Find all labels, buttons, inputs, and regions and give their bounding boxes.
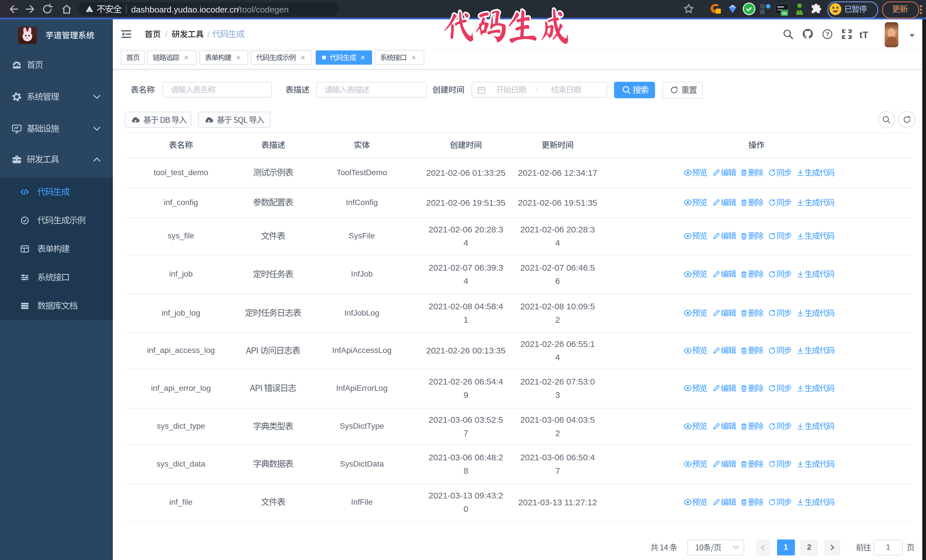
svg-text:?: ? [826, 31, 829, 37]
svg-text:on: on [782, 11, 787, 15]
